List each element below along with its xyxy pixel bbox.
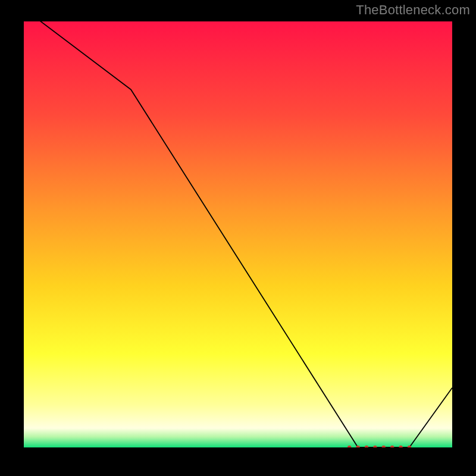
chart-svg	[24, 21, 452, 447]
gradient-background	[24, 21, 452, 447]
watermark-text: TheBottleneck.com	[356, 2, 470, 18]
chart-viewport: TheBottleneck.com	[0, 0, 476, 476]
plot-area	[24, 21, 452, 447]
